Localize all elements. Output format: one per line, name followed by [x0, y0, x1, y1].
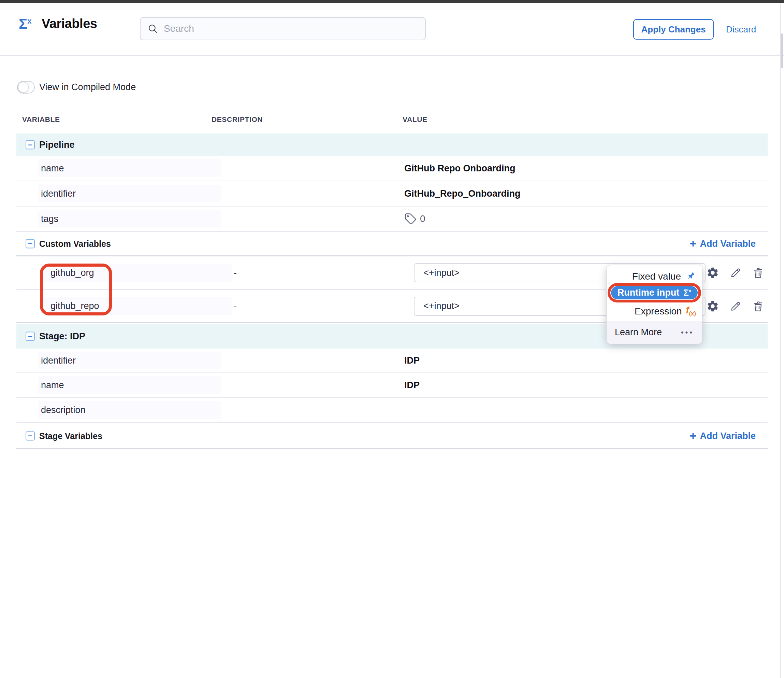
window-top-bar: [0, 0, 784, 3]
search-input[interactable]: [164, 23, 418, 34]
tag-icon: [404, 213, 417, 225]
compiled-mode-toggle[interactable]: [17, 81, 35, 94]
value-type-menu: Fixed value Runtime input Σx Expression …: [607, 265, 702, 344]
page-title: Variables: [42, 16, 97, 31]
pipeline-group-label: Pipeline: [39, 140, 75, 150]
column-header-description: DESCRIPTION: [212, 115, 263, 123]
variable-name-chip: description: [38, 401, 221, 419]
row-label: tags: [41, 214, 58, 224]
row-actions: [706, 266, 764, 279]
variable-description: -: [234, 301, 237, 311]
tags-count: 0: [420, 214, 425, 224]
runtime-sigma-icon: Σx: [683, 287, 691, 298]
row-value: GitHub Repo Onboarding: [404, 163, 515, 174]
discard-button[interactable]: Discard: [726, 19, 756, 40]
more-options-dots-icon[interactable]: •••: [681, 328, 694, 337]
add-variable-button[interactable]: + Add Variable: [690, 430, 756, 441]
row-actions: [706, 300, 764, 313]
variable-name-chip: github_repo: [44, 297, 232, 315]
plus-icon: +: [690, 237, 697, 249]
edit-pencil-icon[interactable]: [730, 267, 742, 279]
variable-name-chip: identifier: [38, 185, 221, 203]
table-row: identifier GitHub_Repo_Onboarding: [16, 181, 768, 207]
variables-sigma-icon: Σx: [19, 16, 31, 32]
variable-name-chip: name: [38, 159, 221, 177]
column-header-value: VALUE: [403, 115, 428, 123]
menu-item-expression[interactable]: Expression f(x): [607, 304, 702, 319]
row-value: IDP: [404, 355, 420, 366]
collapse-stage-variables-icon[interactable]: −: [26, 431, 35, 440]
variable-name-chip: tags: [38, 210, 221, 228]
tags-value: 0: [404, 213, 425, 225]
toggle-knob: [18, 82, 29, 92]
custom-variables-group-label: Custom Variables: [39, 238, 111, 249]
menu-footer: Learn More •••: [607, 321, 702, 344]
column-header-variable: VARIABLE: [22, 115, 60, 123]
pipeline-group-row: − Pipeline: [16, 134, 768, 156]
table-row: name GitHub Repo Onboarding: [16, 156, 768, 181]
apply-changes-button[interactable]: Apply Changes: [633, 19, 714, 40]
collapse-stage-icon[interactable]: −: [26, 332, 35, 341]
variable-name-chip: github_org: [44, 264, 232, 282]
plus-icon: +: [690, 429, 697, 441]
menu-item-fixed-value[interactable]: Fixed value: [607, 269, 702, 284]
row-label: identifier: [41, 189, 76, 199]
variable-name-chip: name: [38, 376, 221, 394]
add-variable-button[interactable]: + Add Variable: [690, 238, 756, 249]
stage-group-label: Stage: IDP: [39, 331, 85, 342]
scrollbar-track[interactable]: [780, 3, 781, 678]
row-value: GitHub_Repo_Onboarding: [404, 189, 521, 199]
table-row: name IDP: [16, 373, 768, 398]
variables-panel: Σx Variables Apply Changes Discard View …: [0, 0, 784, 678]
panel-header: Σx Variables Apply Changes Discard: [0, 3, 784, 56]
stage-variables-group-label: Stage Variables: [39, 431, 102, 441]
pin-icon: [685, 271, 696, 282]
table-row: description: [16, 398, 768, 423]
variable-name-chip: identifier: [38, 352, 221, 369]
row-label: name: [41, 163, 64, 174]
custom-variables-group-row: − Custom Variables + Add Variable: [16, 232, 768, 256]
search-icon: [148, 23, 158, 34]
compiled-mode-label: View in Compiled Mode: [39, 82, 136, 92]
row-label: identifier: [41, 355, 76, 366]
delete-trash-icon[interactable]: [752, 267, 764, 279]
delete-trash-icon[interactable]: [752, 300, 764, 312]
scrollbar-thumb[interactable]: [781, 33, 783, 68]
settings-gear-icon[interactable]: [706, 300, 719, 313]
settings-gear-icon[interactable]: [706, 266, 719, 279]
stage-variables-group-row: − Stage Variables + Add Variable: [16, 424, 768, 449]
edit-pencil-icon[interactable]: [730, 300, 742, 312]
table-row: identifier IDP: [16, 349, 768, 373]
expression-fx-icon: f(x): [686, 305, 696, 317]
menu-item-runtime-input[interactable]: Runtime input Σx: [611, 286, 698, 299]
row-label: name: [41, 380, 64, 391]
variable-description: -: [234, 268, 237, 278]
collapse-pipeline-icon[interactable]: −: [26, 140, 35, 150]
row-label: description: [41, 405, 86, 416]
table-row: tags 0: [16, 207, 768, 232]
custom-variable-name: github_org: [50, 268, 94, 278]
custom-variable-name: github_repo: [50, 301, 99, 311]
collapse-custom-variables-icon[interactable]: −: [26, 239, 35, 248]
learn-more-link[interactable]: Learn More: [615, 327, 662, 338]
search-box[interactable]: [140, 17, 426, 40]
row-value: IDP: [404, 380, 420, 391]
